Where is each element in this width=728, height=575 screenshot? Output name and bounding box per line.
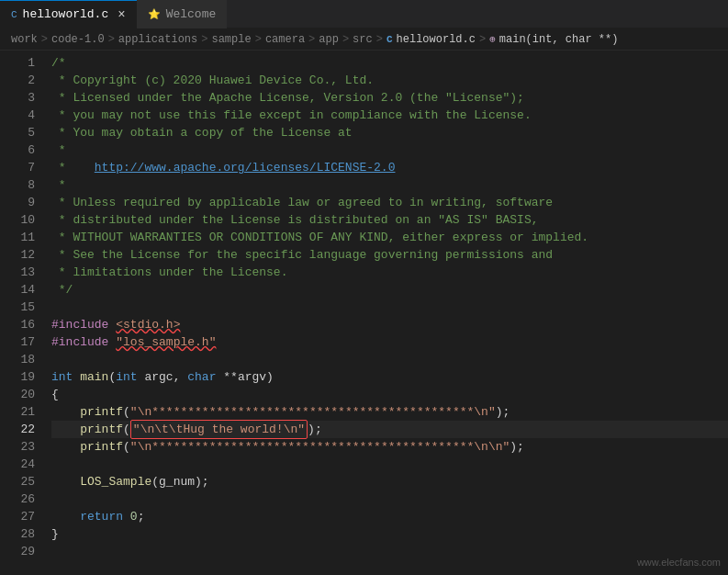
code-line-9: * Unless required by applicable law or a…: [51, 194, 728, 211]
line-num: 18: [0, 351, 35, 368]
line-numbers: 1 2 3 4 5 6 7 8 9 10 11 12 13 14 15 16 1…: [0, 51, 44, 575]
line-num: 9: [0, 194, 35, 211]
line-num: 8: [0, 176, 35, 194]
code-line-13: * limitations under the License.: [51, 264, 728, 281]
close-tab-helloworld[interactable]: ×: [118, 7, 125, 22]
welcome-icon: ⭐: [148, 8, 161, 20]
code-line-23: printf("\n******************************…: [51, 438, 728, 456]
tab-label-helloworld: helloworld.c: [23, 7, 109, 21]
line-num: 23: [0, 438, 35, 456]
line-num: 29: [0, 543, 35, 560]
code-line-1: /*: [51, 54, 728, 72]
line-num: 21: [0, 403, 35, 421]
code-line-26: [51, 490, 728, 508]
code-line-7: * http://www.apache.org/licenses/LICENSE…: [51, 159, 728, 176]
code-line-11: * WITHOUT WARRANTIES OR CONDITIONS OF AN…: [51, 229, 728, 246]
breadcrumb-code[interactable]: code-1.0: [51, 33, 105, 46]
line-num: 14: [0, 281, 35, 299]
line-num: 22: [0, 421, 35, 438]
line-num: 27: [0, 508, 35, 525]
breadcrumb-sample[interactable]: sample: [211, 33, 251, 46]
editor: 1 2 3 4 5 6 7 8 9 10 11 12 13 14 15 16 1…: [0, 51, 728, 575]
line-num: 26: [0, 490, 35, 508]
code-line-12: * See the License for the specific langu…: [51, 246, 728, 264]
line-num: 3: [0, 89, 35, 107]
tab-bar: C helloworld.c × ⭐ Welcome: [0, 0, 728, 28]
breadcrumb-func[interactable]: main(int, char **): [499, 33, 619, 46]
code-area[interactable]: /* * Copyright (c) 2020 Huawei Device Co…: [44, 51, 728, 575]
breadcrumb-camera[interactable]: camera: [265, 33, 305, 46]
breadcrumb-src[interactable]: src: [353, 33, 373, 46]
breadcrumb-applications[interactable]: applications: [118, 33, 197, 46]
code-line-8: *: [51, 176, 728, 194]
line-num: 16: [0, 316, 35, 333]
tab-welcome[interactable]: ⭐ Welcome: [137, 0, 228, 28]
code-line-10: * distributed under the License is distr…: [51, 211, 728, 229]
line-num: 11: [0, 229, 35, 246]
code-line-20: {: [51, 386, 728, 403]
line-num: 15: [0, 299, 35, 316]
code-line-21: printf("\n******************************…: [51, 403, 728, 421]
line-num: 12: [0, 246, 35, 264]
code-line-28: }: [51, 525, 728, 543]
code-line-29: [51, 543, 728, 560]
code-line-5: * You may obtain a copy of the License a…: [51, 124, 728, 141]
line-num: 4: [0, 107, 35, 124]
line-num: 10: [0, 211, 35, 229]
breadcrumb: work > code-1.0 > applications > sample …: [0, 28, 728, 51]
code-line-27: return 0;: [51, 508, 728, 525]
code-line-16: #include <stdio.h>: [51, 316, 728, 333]
line-22-highlight: "\n\t\tHug the world!\n": [130, 420, 308, 439]
func-icon: ⊕: [489, 33, 496, 45]
line-num: 25: [0, 473, 35, 490]
tab-helloworld[interactable]: C helloworld.c ×: [0, 0, 137, 28]
code-line-6: *: [51, 141, 728, 159]
code-line-17: #include "los_sample.h": [51, 333, 728, 351]
code-line-24: [51, 456, 728, 473]
line-num: 7: [0, 159, 35, 176]
breadcrumb-file[interactable]: helloworld.c: [397, 33, 476, 46]
code-line-15: [51, 299, 728, 316]
code-line-14: */: [51, 281, 728, 299]
line-num: 6: [0, 141, 35, 159]
code-line-22: printf("\n\t\tHug the world!\n");: [51, 421, 728, 438]
code-line-18: [51, 351, 728, 368]
c-file-icon: C: [11, 9, 17, 20]
code-line-25: LOS_Sample(g_num);: [51, 473, 728, 490]
watermark: www.elecfans.com: [637, 557, 721, 568]
line-num: 24: [0, 456, 35, 473]
line-num: 19: [0, 368, 35, 386]
code-line-4: * you may not use this file except in co…: [51, 107, 728, 124]
line-num: 5: [0, 124, 35, 141]
breadcrumb-work[interactable]: work: [11, 33, 38, 46]
code-line-3: * Licensed under the Apache License, Ver…: [51, 89, 728, 107]
line-num: 1: [0, 54, 35, 72]
line-num: 28: [0, 525, 35, 543]
line-num: 17: [0, 333, 35, 351]
code-line-2: * Copyright (c) 2020 Huawei Device Co., …: [51, 72, 728, 89]
line-num: 13: [0, 264, 35, 281]
c-lang-icon: C: [386, 34, 393, 45]
code-line-19: int main(int argc, char **argv): [51, 368, 728, 386]
line-num: 20: [0, 386, 35, 403]
line-num: 2: [0, 72, 35, 89]
tab-label-welcome: Welcome: [166, 7, 217, 21]
breadcrumb-app[interactable]: app: [319, 33, 339, 46]
